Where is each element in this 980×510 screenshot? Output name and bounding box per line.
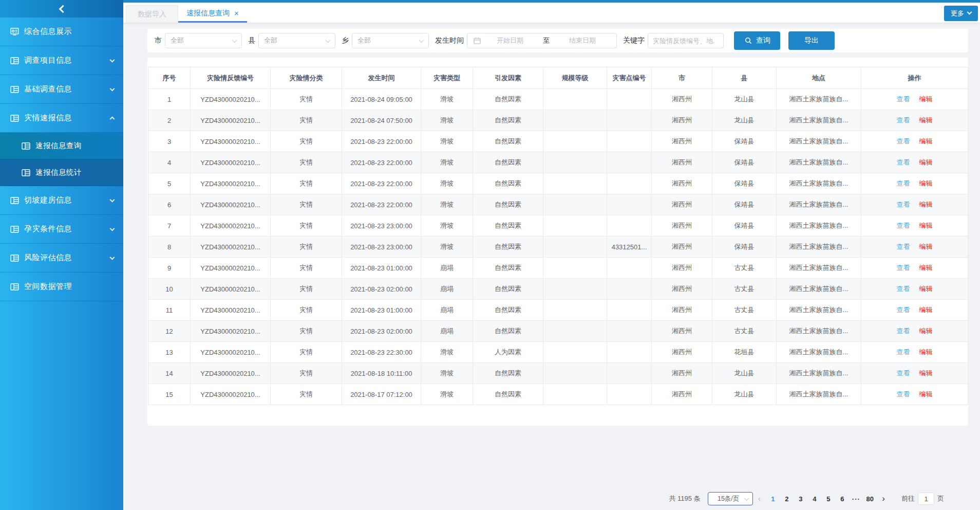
edit-link[interactable]: 编辑 [919, 222, 933, 229]
page-number[interactable]: 2 [780, 495, 794, 503]
export-button-label: 导出 [804, 36, 819, 45]
edit-link[interactable]: 编辑 [919, 369, 933, 377]
table-cell: 灾情 [271, 300, 342, 321]
table-cell: 湘西州 [652, 258, 712, 279]
table-cell [543, 363, 607, 384]
view-link[interactable]: 查看 [897, 285, 910, 293]
sidebar-item[interactable]: 调查项目信息 [0, 46, 123, 75]
view-link[interactable]: 查看 [897, 390, 910, 398]
table-icon [10, 254, 19, 262]
sidebar-subitem[interactable]: 速报信息查询 [0, 133, 123, 159]
more-button[interactable]: 更多 [944, 6, 978, 21]
table-cell: 滑坡 [421, 152, 473, 173]
table-cell [543, 110, 607, 131]
tab-report-query[interactable]: 速报信息查询 [178, 5, 247, 23]
column-header: 灾害点编号 [607, 67, 652, 89]
view-link[interactable]: 查看 [897, 158, 910, 166]
table-icon [10, 86, 19, 93]
edit-link[interactable]: 编辑 [919, 264, 933, 271]
edit-link[interactable]: 编辑 [919, 285, 933, 293]
sidebar-collapse-button[interactable] [0, 0, 123, 17]
town-select[interactable]: 全部 [352, 33, 429, 48]
table-cell: 8 [148, 236, 191, 258]
edit-link[interactable]: 编辑 [919, 179, 933, 187]
table-cell: 10 [148, 279, 191, 300]
table-cell: 湘西土家族苗族自... [777, 215, 861, 236]
view-link[interactable]: 查看 [897, 95, 910, 103]
sidebar-item[interactable]: 灾情速报信息 [0, 104, 123, 133]
view-link[interactable]: 查看 [897, 116, 910, 124]
page-number[interactable]: 3 [794, 495, 807, 503]
search-button[interactable]: 查询 [734, 31, 780, 50]
view-link[interactable]: 查看 [897, 137, 910, 145]
table-cell-actions: 查看编辑 [861, 131, 968, 152]
edit-link[interactable]: 编辑 [919, 158, 933, 166]
edit-link[interactable]: 编辑 [919, 201, 933, 208]
table-cell: 灾情 [271, 110, 342, 131]
table-cell: 滑坡 [421, 173, 473, 194]
content-area: 市 全部 县 全部 乡 全部 发生时间 [123, 23, 980, 510]
view-link[interactable]: 查看 [897, 369, 910, 377]
edit-link[interactable]: 编辑 [919, 116, 933, 124]
page-number[interactable]: 4 [807, 495, 821, 503]
table-cell [607, 384, 652, 405]
prev-page-button[interactable]: ‹ [753, 494, 766, 504]
table-cell [607, 300, 652, 321]
page-number[interactable]: 80 [863, 495, 877, 503]
sidebar-item[interactable]: 综合信息展示 [0, 17, 123, 46]
table-cell [607, 89, 652, 110]
edit-link[interactable]: 编辑 [919, 243, 933, 250]
keyword-input[interactable] [648, 33, 724, 48]
table-cell [543, 342, 607, 363]
edit-link[interactable]: 编辑 [919, 390, 933, 398]
next-page-button[interactable]: › [877, 494, 890, 504]
edit-link[interactable]: 编辑 [919, 327, 933, 335]
table-cell [543, 279, 607, 300]
table-cell: 2021-08-23 23:00:00 [342, 215, 421, 236]
sidebar-subitem[interactable]: 速报信息统计 [0, 159, 123, 186]
edit-link[interactable]: 编辑 [919, 95, 933, 103]
table-cell [543, 173, 607, 194]
table-cell: 自然因素 [473, 300, 543, 321]
table-icon [22, 142, 30, 150]
goto-page-input[interactable] [918, 493, 934, 505]
close-icon[interactable] [234, 9, 239, 17]
table-cell: 湘西土家族苗族自... [777, 152, 861, 173]
page-size-select[interactable]: 15条/页 [708, 492, 753, 505]
table-cell: 自然因素 [473, 215, 543, 236]
page-number[interactable]: 5 [821, 495, 835, 503]
view-link[interactable]: 查看 [897, 348, 910, 356]
sidebar-item[interactable]: 风险评估信息 [0, 244, 123, 272]
edit-link[interactable]: 编辑 [919, 348, 933, 356]
table-cell: 湘西土家族苗族自... [777, 236, 861, 258]
table-cell: YZD43000020210... [191, 236, 271, 258]
view-link[interactable]: 查看 [897, 222, 910, 229]
city-select[interactable]: 全部 [165, 33, 242, 48]
sidebar-item[interactable]: 空间数据管理 [0, 272, 123, 301]
page-ellipsis[interactable]: ··· [849, 495, 863, 503]
tab-label: 速报信息查询 [186, 9, 230, 18]
view-link[interactable]: 查看 [897, 327, 910, 335]
tab-data-import[interactable]: 数据导入 [126, 5, 178, 23]
table-head-row: 序号灾险情反馈编号灾险情分类发生时间灾害类型引发因素规模等级灾害点编号市县地点操… [148, 67, 968, 89]
view-link[interactable]: 查看 [897, 243, 910, 250]
sidebar-item[interactable]: 切坡建房信息 [0, 186, 123, 215]
view-link[interactable]: 查看 [897, 306, 910, 314]
edit-link[interactable]: 编辑 [919, 306, 933, 314]
view-link[interactable]: 查看 [897, 201, 910, 208]
table-cell: 2021-08-23 01:00:00 [342, 258, 421, 279]
view-link[interactable]: 查看 [897, 179, 910, 187]
edit-link[interactable]: 编辑 [919, 137, 933, 145]
page-number[interactable]: 6 [835, 495, 849, 503]
sidebar-item[interactable]: 孕灾条件信息 [0, 215, 123, 244]
table-cell: 湘西州 [652, 363, 712, 384]
chevron-down-icon [110, 57, 115, 62]
view-link[interactable]: 查看 [897, 264, 910, 271]
county-select[interactable]: 全部 [258, 33, 335, 48]
table-cell: 自然因素 [473, 131, 543, 152]
sidebar-item[interactable]: 基础调查信息 [0, 75, 123, 104]
date-range-picker[interactable]: 开始日期 至 结束日期 [467, 33, 617, 48]
table-cell: 保靖县 [712, 173, 777, 194]
page-number[interactable]: 1 [766, 495, 780, 503]
export-button[interactable]: 导出 [788, 31, 835, 50]
